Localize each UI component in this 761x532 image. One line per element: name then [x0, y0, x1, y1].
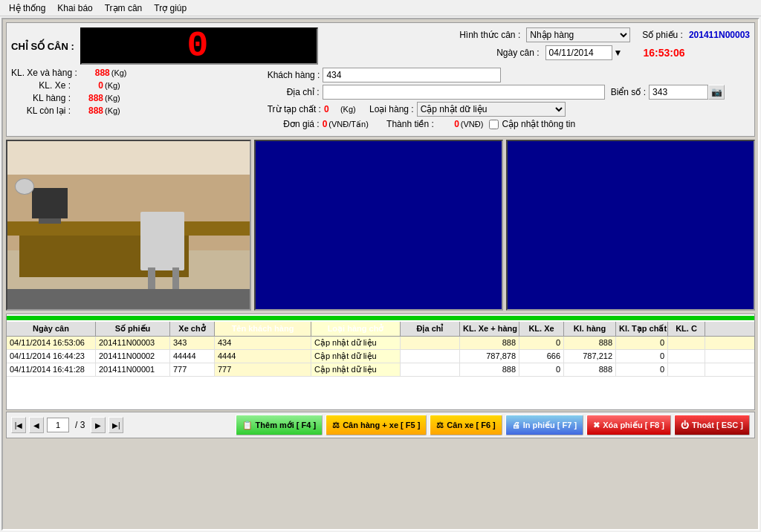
next-page-btn[interactable]: ▶ [91, 417, 106, 433]
td-xe-cho: 343 [170, 337, 215, 349]
can-hang-xe-btn[interactable]: ⚖ Cân hàng + xe [ F5 ] [326, 415, 427, 435]
loai-hang-select[interactable]: Cập nhật dữ liệu [417, 102, 566, 117]
tru-tap-chat-value: 0 [324, 104, 339, 114]
bien-so-label: Biển số : [611, 87, 646, 97]
td-tapthat: 0 [616, 337, 668, 349]
menu-he-thong[interactable]: Hệ thống [3, 1, 51, 15]
table-body: 04/11/2014 16:53:06 201411N00003 343 434… [7, 337, 754, 396]
first-page-btn[interactable]: |◀ [11, 417, 26, 433]
kl-xe-hang-unit: (Kg) [111, 68, 127, 77]
kl-hang-unit: (Kg) [105, 94, 120, 103]
don-gia-value: 0 [323, 119, 328, 129]
td-kl-xe-hang: 787,878 [460, 350, 519, 363]
thoat-label: Thoát [ ESC ] [692, 421, 743, 429]
thoat-icon: ⏻ [681, 421, 689, 429]
in-phieu-btn[interactable]: 🖨 In phiếu [ F7 ] [505, 415, 583, 435]
scan-bien-so-btn[interactable]: 📷 [708, 85, 725, 100]
td-xe-cho: 44444 [170, 350, 215, 363]
menu-tro-giup[interactable]: Trợ giúp [148, 1, 192, 15]
prev-page-btn[interactable]: ◀ [29, 417, 44, 433]
chiso-label: CHỈ SỐ CÂN : [11, 41, 74, 52]
form-row-tru-tap-chat: Trừ tạp chất : 0 (Kg) Loại hàng : Cập nh… [268, 102, 750, 117]
th-loai-hang: Loại hàng chở [311, 322, 401, 336]
bien-so-input[interactable] [649, 85, 708, 100]
form-row-kl-xe-hang: KL. Xe và hàng : 888 (Kg) [11, 68, 253, 78]
loai-hang-label: Loại hàng : [369, 104, 414, 114]
td-khach-hang: 434 [215, 337, 311, 349]
kl-xe-value: 0 [74, 80, 103, 91]
td-ngay-can: 04/11/2014 16:53:06 [7, 337, 96, 349]
td-dia-chi [401, 363, 460, 376]
kl-xe-hang-value: 888 [80, 68, 110, 78]
calendar-icon[interactable]: ▼ [614, 48, 623, 58]
td-kl-hang: 787,212 [564, 350, 616, 363]
thanh-tien-unit: (VNĐ) [461, 120, 484, 129]
td-kl-xe: 0 [519, 337, 564, 349]
last-page-btn[interactable]: ▶| [109, 417, 123, 433]
in-phieu-label: In phiếu [ F7 ] [523, 421, 577, 430]
khach-hang-input[interactable] [323, 68, 501, 82]
table-row[interactable]: 04/11/2014 16:41:28 201411N00001 777 777… [7, 363, 754, 377]
cap-nhat-checkbox[interactable] [489, 120, 499, 129]
th-kl-xe: KL. Xe [519, 322, 564, 336]
camera-3 [506, 140, 755, 311]
don-gia-unit: (VNĐ/Tấn) [328, 120, 368, 129]
th-khach-hang: Tên khách hàng [215, 322, 311, 336]
td-kl-xe-hang: 888 [460, 337, 519, 349]
tru-tap-chat-label: Trừ tạp chất : [268, 104, 321, 114]
kl-con-lai-value: 888 [74, 106, 103, 116]
can-xe-btn[interactable]: ⚖ Cân xe [ F6 ] [430, 415, 502, 435]
td-kl-hang: 888 [564, 337, 616, 349]
thanh-tien-label: Thành tiền : [382, 119, 434, 129]
table-row[interactable]: 04/11/2014 16:44:23 201411N00002 44444 4… [7, 350, 754, 363]
td-tapthat: 0 [616, 350, 668, 363]
main-container: CHỈ SỐ CÂN : 0 Hình thức cân : Nhập hàng… [1, 18, 760, 531]
them-moi-btn[interactable]: 📋 Thêm mới [ F4 ] [236, 415, 323, 435]
in-phieu-icon: 🖨 [512, 421, 520, 429]
menu-khai-bao[interactable]: Khai báo [51, 1, 98, 15]
table-header: Ngày cân Số phiếu Xe chở Tên khách hàng … [7, 322, 754, 337]
form-row-kl-con-lai: KL còn lại : 888 (Kg) [11, 106, 253, 116]
form-row-kl-xe: KL. Xe : 0 (Kg) [11, 80, 253, 91]
thoat-btn[interactable]: ⏻ Thoát [ ESC ] [674, 415, 750, 435]
td-klc [668, 337, 705, 349]
kl-xe-unit: (Kg) [105, 81, 120, 90]
kl-xe-label: KL. Xe : [11, 80, 71, 91]
thanh-tien-value: 0 [437, 119, 459, 129]
ngay-can-input[interactable] [545, 45, 612, 60]
form-row-khach-hang: Khách hàng : [268, 68, 750, 82]
th-kl-xe-hang: KL. Xe + hàng [460, 322, 519, 336]
camera-3-display [508, 141, 754, 309]
khach-hang-label: Khách hàng : [268, 70, 320, 80]
form-row-dia-chi: Địa chỉ : Biển số : 📷 [268, 85, 750, 100]
td-kl-xe: 666 [519, 350, 564, 363]
td-ngay-can: 04/11/2014 16:41:28 [7, 363, 96, 376]
form-row-don-gia: Đơn giá : 0 (VNĐ/Tấn) Thành tiền : 0 (VN… [268, 119, 750, 129]
camera-1 [6, 140, 251, 311]
data-table-container: Ngày cân Số phiếu Xe chở Tên khách hàng … [6, 314, 755, 410]
tru-tap-chat-unit: (Kg) [340, 105, 356, 114]
kl-xe-hang-label: KL. Xe và hàng : [11, 68, 77, 78]
dia-chi-input[interactable] [323, 85, 605, 100]
xoa-phieu-icon: ✖ [593, 421, 600, 430]
can-xe-label: Cân xe [ F6 ] [447, 421, 495, 429]
can-hang-xe-label: Cân hàng + xe [ F5 ] [343, 421, 420, 429]
menu-tram-can[interactable]: Trạm cân [99, 1, 149, 15]
td-xe-cho: 777 [170, 363, 215, 376]
page-total: / 3 [75, 420, 85, 430]
hinh-thuc-label: Hình thức cân : [459, 30, 520, 40]
form-row-kl-hang: KL hàng : 888 (Kg) [11, 93, 253, 103]
hinh-thuc-select[interactable]: Nhập hàng Xuất hàng [526, 27, 630, 42]
table-row[interactable]: 04/11/2014 16:53:06 201411N00003 343 434… [7, 337, 754, 350]
th-dia-chi: Địa chỉ [401, 322, 460, 336]
td-klc [668, 363, 705, 376]
dia-chi-label: Địa chỉ : [268, 87, 320, 97]
kl-con-lai-unit: (Kg) [105, 106, 120, 115]
so-phieu-value: 201411N00003 [689, 30, 750, 40]
td-dia-chi [401, 350, 460, 363]
kl-hang-value: 888 [74, 93, 103, 103]
page-input[interactable] [47, 418, 69, 432]
kl-con-lai-label: KL còn lại : [11, 106, 71, 116]
xoa-phieu-btn[interactable]: ✖ Xóa phiếu [ F8 ] [586, 415, 671, 435]
td-so-phieu: 201411N00002 [96, 350, 170, 363]
